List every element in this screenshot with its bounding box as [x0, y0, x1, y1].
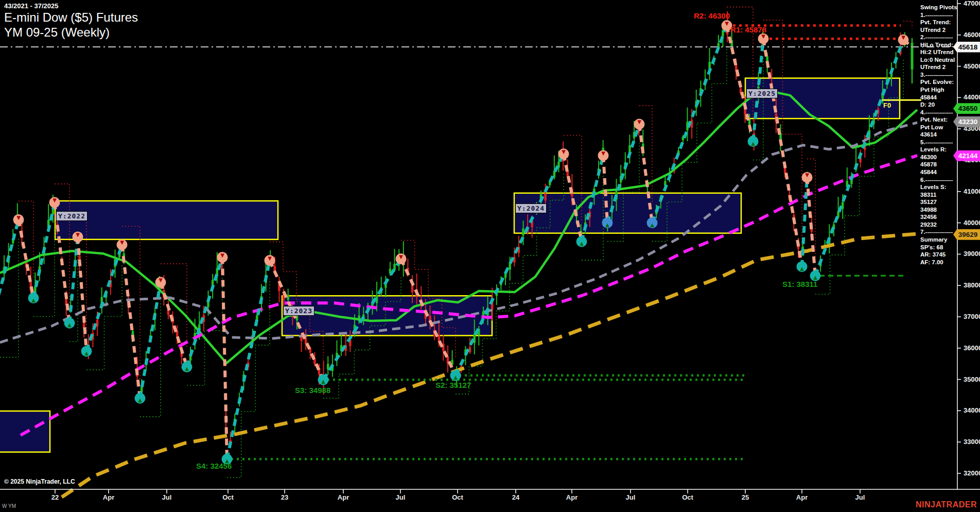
- support-label: S4: 32456: [196, 462, 232, 470]
- panel-line: SP's: 68: [920, 244, 957, 251]
- panel-line: 4.--------------: [920, 109, 957, 116]
- zigzag-up-leg: [0, 220, 19, 339]
- down-arrow-icon: ▼: [725, 21, 729, 26]
- up-arrow-icon: ▲: [580, 241, 584, 246]
- time-axis-label: Oct: [682, 493, 693, 501]
- panel-line: 43614: [920, 131, 957, 139]
- price-chart-canvas[interactable]: ▼▲▼▲▼▲▼▲▼▲▼▲▼▲▼▲▼▲▼▲▼▲▼▲▼▲▼▲▼: [0, 0, 980, 512]
- trail-stop-up: [86, 263, 122, 370]
- down-arrow-icon: ▼: [901, 35, 905, 40]
- panel-line: Pvt. Trend:: [920, 19, 957, 26]
- panel-line: 46300: [920, 153, 957, 161]
- support-label: S3: 34988: [295, 386, 330, 395]
- time-axis-label: Apr: [566, 493, 577, 501]
- down-arrow-icon: ▼: [637, 119, 641, 125]
- panel-line: Pvt. Evolve:: [920, 78, 957, 86]
- up-arrow-icon: ▲: [138, 397, 142, 403]
- panel-line: 45844: [920, 168, 957, 176]
- down-arrow-icon: ▼: [562, 149, 566, 155]
- price-axis-label: 38000: [964, 281, 980, 289]
- panel-line: 2.--------------: [920, 33, 957, 41]
- panel-line: 29232: [920, 221, 957, 229]
- price-axis-label: 39000: [964, 250, 980, 258]
- price-axis-label: 40000: [964, 219, 980, 227]
- time-axis-label: Apr: [103, 493, 114, 501]
- ninjatrader-logo: NINJATRADER: [916, 500, 977, 509]
- panel-line: HiLo Trend:: [920, 41, 957, 49]
- panel-line: Levels S:: [920, 183, 957, 191]
- up-arrow-icon: ▲: [650, 222, 654, 228]
- copyright-label: © 2025 NinjaTrader, LLC: [4, 478, 75, 485]
- price-badge: 42144: [953, 150, 980, 161]
- panel-line: Pvt Low: [920, 124, 957, 131]
- year-box-label[interactable]: Y:2022: [56, 211, 87, 221]
- time-axis-label: Apr: [338, 493, 349, 501]
- panel-line: Swing Pivots: [920, 4, 957, 11]
- zigzag-up-leg: [33, 202, 55, 298]
- time-axis-label: 25: [742, 493, 749, 501]
- support-label: S2: 35127: [435, 381, 471, 389]
- time-axis-label: 22: [51, 493, 59, 501]
- trail-stop-up: [227, 279, 270, 478]
- zigzag-down-leg: [78, 237, 86, 351]
- price-axis-label: 34000: [964, 406, 980, 414]
- year-box-label[interactable]: Y:2023: [283, 306, 314, 316]
- up-arrow-icon: ▲: [800, 266, 804, 271]
- time-axis-label: Jul: [162, 493, 172, 501]
- down-arrow-icon: ▼: [16, 215, 21, 220]
- panel-line: AR: 3745: [920, 251, 957, 259]
- time-axis-label: Oct: [452, 493, 463, 501]
- swing-pivots-panel: Swing Pivots1.--------------Pvt. Trend:U…: [920, 4, 957, 266]
- up-arrow-icon: ▲: [31, 297, 36, 303]
- panel-line: 45844: [920, 94, 957, 101]
- trail-stop-up: [187, 276, 222, 386]
- up-arrow-icon: ▲: [605, 222, 609, 228]
- panel-line: 3.--------------: [920, 71, 957, 79]
- price-axis-label: 45000: [964, 62, 980, 70]
- price-axis-label: 32000: [964, 469, 980, 477]
- panel-line: D: 20: [920, 101, 957, 109]
- price-badge: 39629: [953, 229, 980, 240]
- price-axis-label: 44000: [964, 93, 980, 101]
- time-axis-label: Apr: [796, 493, 808, 501]
- zigzag-down-leg: [122, 245, 140, 398]
- panel-line: 38311: [920, 191, 957, 199]
- panel-line: 35127: [920, 198, 957, 206]
- chart-window: ▼▲▼▲▼▲▼▲▼▲▼▲▼▲▼▲▼▲▼▲▼▲▼▲▼▲▼▲▼ 43/2021 - …: [0, 0, 980, 512]
- instrument-title: E-mini Dow ($5) Futures: [4, 10, 138, 25]
- up-arrow-icon: ▲: [321, 379, 325, 384]
- panel-line: 32456: [920, 213, 957, 221]
- down-arrow-icon: ▼: [268, 255, 272, 261]
- down-arrow-icon: ▼: [761, 33, 765, 39]
- zigzag-up-leg: [69, 237, 78, 323]
- price-axis-label: 37000: [964, 313, 980, 320]
- trail-stop-down: [161, 264, 187, 348]
- panel-line: 45878: [920, 161, 957, 168]
- panel-line: Levels R:: [920, 146, 957, 153]
- panel-line: 5.--------------: [920, 139, 957, 146]
- year-box: [55, 201, 278, 240]
- time-axis-label: 23: [281, 493, 288, 501]
- year-box-label[interactable]: Y:2025: [746, 89, 778, 98]
- price-badge: 45618: [953, 42, 980, 53]
- year-box-label[interactable]: Y:2024: [515, 203, 547, 213]
- price-axis-label: 41000: [964, 187, 980, 195]
- up-arrow-icon: ▲: [453, 374, 458, 380]
- time-axis-label: 24: [512, 493, 519, 501]
- down-arrow-icon: ▼: [159, 277, 163, 283]
- price-axis-label: 36000: [964, 344, 980, 352]
- price-badge: 43230: [953, 116, 980, 127]
- trail-stop-down: [763, 20, 802, 248]
- panel-line: Summary: [920, 236, 957, 244]
- date-range-label: 43/2021 - 37/2025: [4, 2, 59, 10]
- down-arrow-icon: ▼: [120, 240, 124, 245]
- time-axis-label: Jul: [855, 493, 865, 501]
- down-arrow-icon: ▼: [601, 150, 605, 156]
- up-arrow-icon: ▲: [751, 141, 755, 146]
- up-arrow-icon: ▲: [84, 350, 89, 356]
- price-axis-label: 35000: [964, 376, 980, 383]
- time-axis-label: Jul: [396, 493, 406, 501]
- price-axis-label: 47000: [964, 0, 980, 7]
- resistance-label: R1: 45878: [730, 25, 766, 34]
- up-arrow-icon: ▲: [185, 366, 189, 371]
